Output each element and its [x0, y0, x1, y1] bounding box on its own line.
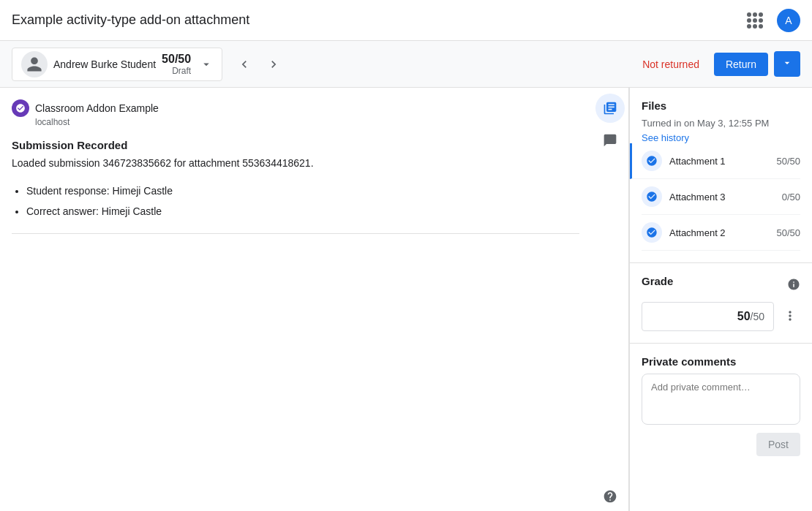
sidebar-comments-button[interactable] — [595, 126, 625, 155]
apps-button[interactable] — [742, 7, 768, 34]
content-divider — [12, 233, 579, 234]
grade-title: Grade — [642, 275, 673, 287]
student-selector[interactable]: Andrew Burke Student 50/50 Draft — [12, 48, 222, 81]
files-section: Files Turned in on May 3, 12:55 PM See h… — [630, 88, 812, 263]
attachment-score: 50/50 — [776, 156, 800, 167]
main-layout: Classroom Addon Example localhost Submis… — [0, 88, 812, 511]
attachment-score: 50/50 — [776, 227, 800, 238]
right-panel: Files Turned in on May 3, 12:55 PM See h… — [629, 88, 812, 511]
student-nav-buttons — [231, 51, 287, 77]
private-comments-section: Private comments Post — [630, 344, 812, 511]
not-returned-button[interactable]: Not returned — [634, 53, 708, 76]
attachment-item[interactable]: Attachment 3 0/50 — [642, 179, 800, 215]
score-display: 50/50 — [162, 53, 191, 66]
user-avatar[interactable]: A — [777, 9, 800, 32]
page-title: Example activity-type add-on attachment — [12, 12, 249, 28]
addon-info: Classroom Addon Example localhost — [12, 99, 579, 127]
see-history-link[interactable]: See history — [642, 132, 689, 143]
grade-section: Grade 50 /50 — [630, 263, 812, 344]
header: Example activity-type add-on attachment … — [0, 0, 812, 41]
post-btn-row: Post — [642, 433, 800, 456]
student-name: Andrew Burke Student — [53, 58, 156, 70]
grade-menu-button[interactable] — [780, 306, 800, 328]
sidebar-files-button[interactable] — [595, 94, 625, 123]
student-avatar — [21, 51, 48, 77]
grade-max: /50 — [751, 311, 764, 322]
files-title: Files — [642, 99, 800, 112]
return-dropdown-button[interactable] — [774, 51, 800, 77]
sidebar-help-button[interactable] — [595, 482, 625, 511]
addon-icon — [12, 99, 29, 117]
bullet-correct-answer: Correct answer: Himeji Castle — [26, 201, 579, 222]
left-panel: Classroom Addon Example localhost Submis… — [0, 88, 629, 511]
grade-header: Grade — [642, 275, 800, 293]
turned-in-date: Turned in on May 3, 12:55 PM — [642, 118, 800, 129]
draft-label: Draft — [172, 66, 191, 76]
attachment-score: 0/50 — [782, 192, 800, 202]
addon-host: localhost — [35, 117, 159, 127]
return-button[interactable]: Return — [714, 53, 768, 76]
attachment-item[interactable]: Attachment 1 50/50 — [630, 143, 800, 179]
submission-loaded: Loaded submission 346723835662 for attac… — [12, 157, 579, 169]
comment-input[interactable] — [642, 374, 800, 425]
grade-input-row: 50 /50 — [642, 302, 800, 331]
attachment-icon — [642, 222, 662, 243]
submission-bullets: Student response: Himeji Castle Correct … — [12, 181, 579, 222]
attachment-name: Attachment 2 — [669, 227, 776, 238]
header-icons: A — [742, 7, 800, 34]
post-button[interactable]: Post — [756, 433, 800, 456]
action-buttons: Not returned Return — [634, 51, 800, 77]
grade-info-button[interactable] — [787, 278, 800, 291]
next-student-button[interactable] — [260, 51, 287, 77]
attachment-name: Attachment 3 — [669, 192, 782, 202]
comments-title: Private comments — [642, 355, 800, 368]
student-bar: Andrew Burke Student 50/50 Draft Not ret… — [0, 41, 812, 88]
grade-input-box[interactable]: 50 /50 — [642, 302, 774, 331]
attachment-icon — [642, 151, 662, 171]
content-area: Classroom Addon Example localhost Submis… — [0, 88, 591, 511]
sidebar-icon-panel — [591, 88, 629, 511]
attachment-name: Attachment 1 — [669, 156, 776, 167]
grade-score: 50 — [737, 310, 751, 323]
attachment-icon — [642, 186, 662, 207]
apps-grid-icon — [747, 12, 763, 29]
attachment-item[interactable]: Attachment 2 50/50 — [642, 215, 800, 251]
submission-heading: Submission Recorded — [12, 139, 579, 151]
addon-name: Classroom Addon Example — [35, 102, 159, 114]
bullet-student-response: Student response: Himeji Castle — [26, 181, 579, 201]
student-dropdown-button[interactable] — [200, 58, 213, 71]
prev-student-button[interactable] — [231, 51, 257, 77]
score-draft: 50/50 Draft — [162, 53, 191, 76]
